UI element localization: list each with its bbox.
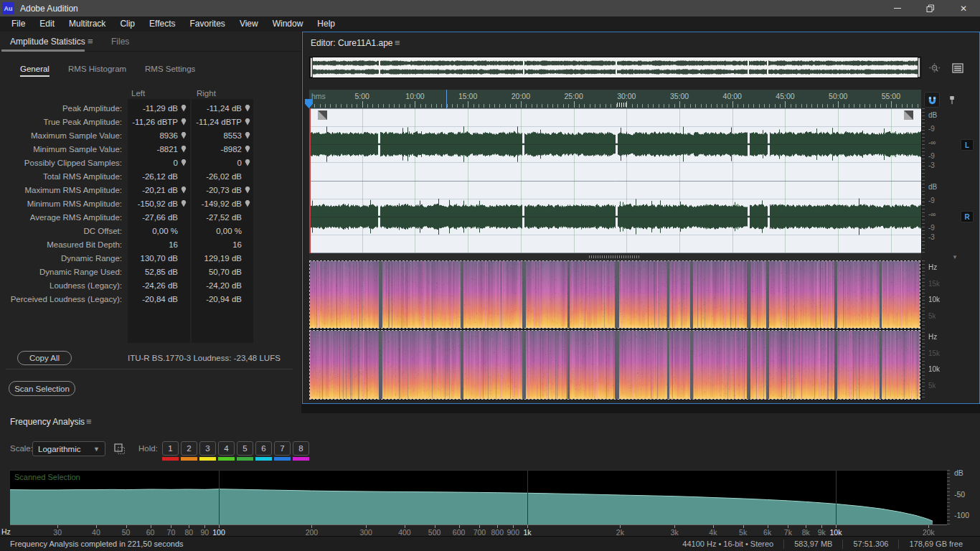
panel-menu-icon[interactable]: ≡ (86, 416, 92, 427)
measurement-pin-icon (181, 105, 187, 112)
freq-scale-label: 10k (928, 365, 940, 373)
stat-value-right: 0 (189, 159, 253, 167)
stats-row: Total RMS Amplitude:-26,12 dB-26,02 dB (0, 169, 301, 183)
menu-favorites[interactable]: Favorites (183, 17, 232, 32)
tab-amplitude-statistics[interactable]: Amplitude Statistics (10, 37, 85, 47)
gridline (836, 471, 837, 524)
tab-frequency-analysis[interactable]: Frequency Analysis (10, 417, 85, 427)
spectrogram-display[interactable] (309, 260, 920, 400)
stat-value-right: -8982 (189, 145, 253, 154)
snap-magnet-icon[interactable] (924, 92, 940, 108)
hold-color-swatch (181, 457, 197, 461)
amp-scale-label: -9 (928, 197, 935, 204)
amp-scale-label: dB (928, 183, 937, 191)
stats-row: True Peak Amplitude:-11,26 dBTP-11,24 dB… (0, 115, 301, 128)
amp-scale-label: -∞ (928, 210, 936, 218)
scale-dropdown[interactable]: Logarithmic ▼ (32, 441, 105, 456)
chevron-down-icon[interactable]: ▼ (952, 254, 958, 260)
measurement-pin-icon (181, 146, 187, 153)
hold-button-5[interactable]: 5 (237, 441, 253, 456)
tab-files[interactable]: Files (111, 37, 129, 47)
window-controls: ✕ (881, 0, 980, 17)
menu-window[interactable]: Window (265, 17, 311, 32)
copy-graph-icon[interactable] (113, 443, 128, 456)
menu-view[interactable]: View (232, 17, 265, 32)
menu-multitrack[interactable]: Multitrack (62, 17, 113, 32)
channel-badge-left[interactable]: L (961, 139, 974, 151)
scale-label: Scale: (10, 444, 33, 453)
stat-value-left: 16 (125, 240, 189, 249)
ruler-time-label: 20:00 (512, 92, 530, 100)
stat-value-right: -11,24 dBTP (189, 118, 253, 126)
spectrogram-left-channel[interactable] (309, 260, 920, 329)
close-button[interactable]: ✕ (947, 0, 980, 17)
stat-value-right: -24,20 dB (189, 281, 253, 290)
corner-handle-icon[interactable] (904, 110, 913, 120)
hold-color-swatch (255, 457, 272, 461)
stats-row: Maximum Sample Value:89368553 (0, 128, 301, 142)
tab-editor-file[interactable]: Editor: Cure11A1.ape (311, 38, 393, 48)
frequency-graph[interactable]: Scanned Selection (10, 470, 947, 524)
stat-label: Dynamic Range: (0, 254, 125, 263)
menubar: FileEditMultitrackClipEffectsFavoritesVi… (0, 17, 980, 32)
freq-scale-label: 15k (928, 280, 940, 288)
pin-icon[interactable] (944, 92, 960, 108)
menu-file[interactable]: File (4, 17, 32, 32)
measurement-pin-icon (245, 105, 250, 112)
statusbar: Frequency Analysis completed in 221,50 s… (0, 536, 980, 551)
menu-edit[interactable]: Edit (32, 17, 62, 32)
hold-button-8[interactable]: 8 (293, 441, 309, 456)
ruler-time-label: 50:00 (829, 92, 847, 100)
stat-value-left: -24,26 dB (125, 281, 189, 290)
amp-scale-label: -9 (928, 152, 935, 160)
subtab-general[interactable]: General (20, 65, 50, 77)
waveform-display[interactable] (309, 108, 921, 253)
pane-splitter[interactable] (309, 253, 921, 260)
menu-clip[interactable]: Clip (113, 17, 142, 32)
stat-label: Loudness (Legacy): (0, 281, 125, 290)
ruler-time-label: 15:00 (458, 92, 477, 100)
ruler-time-label: 10:00 (405, 92, 424, 100)
window-title: Adobe Audition (20, 4, 78, 14)
measurement-pin-icon (245, 146, 250, 153)
panel-menu-icon[interactable]: ≡ (395, 37, 400, 48)
splitter-grip (589, 255, 641, 258)
hold-color-swatch (293, 457, 309, 461)
ruler-major-ticks (309, 101, 921, 108)
amp-scale-label: -3 (928, 233, 935, 241)
overview-scrollbar[interactable] (309, 57, 921, 78)
stat-value-left: 52,85 dB (125, 268, 189, 276)
hold-button-6[interactable]: 6 (255, 441, 272, 456)
menu-effects[interactable]: Effects (142, 17, 182, 32)
copy-all-button[interactable]: Copy All (17, 351, 72, 365)
ruler-time-label: 30:00 (617, 92, 636, 100)
restore-button[interactable] (914, 0, 947, 17)
stats-row: DC Offset:0,00 %0,00 % (0, 224, 301, 237)
editor-layout-icon[interactable] (950, 60, 966, 76)
panel-menu-icon[interactable]: ≡ (88, 36, 93, 47)
hold-button-7[interactable]: 7 (274, 441, 291, 456)
subtab-rms-histogram[interactable]: RMS Histogram (68, 65, 126, 73)
menu-help[interactable]: Help (310, 17, 342, 32)
stat-value-left: -20,21 dB (125, 186, 189, 194)
measurement-pin-icon (245, 118, 250, 126)
corner-handle-icon[interactable] (318, 110, 327, 120)
stats-row: Loudness (Legacy):-24,26 dB-24,20 dB (0, 278, 301, 292)
hold-button-3[interactable]: 3 (199, 441, 216, 456)
measurement-pin-icon (245, 187, 250, 194)
hold-button-2[interactable]: 2 (181, 441, 197, 456)
zoom-navigate-icon[interactable] (927, 60, 943, 76)
subtab-rms-settings[interactable]: RMS Settings (145, 65, 195, 73)
stat-value-left: 0,00 % (125, 227, 189, 235)
minimize-button[interactable] (881, 0, 914, 17)
stat-value-left: 130,70 dB (125, 254, 189, 263)
scan-selection-button[interactable]: Scan Selection (9, 381, 75, 396)
hold-button-4[interactable]: 4 (218, 441, 235, 456)
hold-button-1[interactable]: 1 (162, 441, 179, 456)
stats-panel-tabrow: Amplitude Statistics ≡ Files (0, 32, 301, 52)
timeline-ruler[interactable]: hms 5:0010:0015:0020:0025:0030:0035:0040… (309, 90, 921, 108)
stat-value-left: -26,12 dB (125, 172, 189, 181)
amplitude-statistics-panel: Amplitude Statistics ≡ Files General RMS… (0, 32, 301, 413)
channel-badge-right[interactable]: R (961, 211, 974, 222)
spectrogram-right-channel[interactable] (309, 330, 920, 400)
